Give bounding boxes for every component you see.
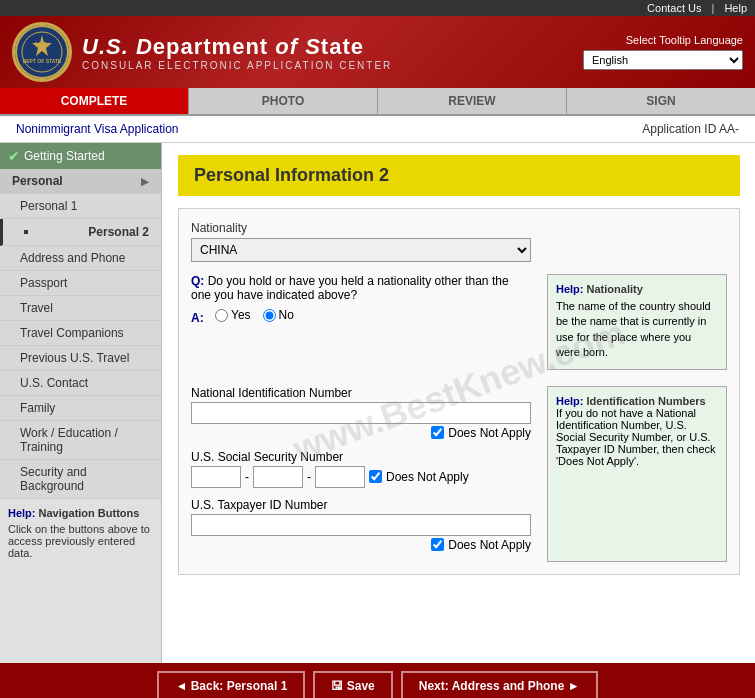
tab-sign[interactable]: SIGN — [567, 88, 755, 114]
taxpayer-dna-checkbox[interactable] — [431, 538, 444, 551]
us-seal: U.S. DEPT OF STATE — [12, 22, 72, 82]
taxpayer-dna-row: Does Not Apply — [191, 538, 531, 552]
back-button[interactable]: ◄ Back: Personal 1 — [157, 671, 305, 698]
ssn-dna-checkbox[interactable] — [369, 470, 382, 483]
form-container: www.BestKnew.com Nationality CHINA UNITE… — [162, 208, 755, 575]
page-title-bar: Personal Information 2 — [178, 155, 740, 196]
taxpayer-label: U.S. Taxpayer ID Number — [191, 498, 531, 512]
sidebar-item-personal1[interactable]: Personal 1 — [0, 194, 161, 219]
help-id: Help: Identification Numbers If you do n… — [547, 386, 727, 562]
sidebar-item-us-contact-label: U.S. Contact — [20, 376, 88, 390]
ssn-part3[interactable] — [315, 466, 365, 488]
ssn-label: U.S. Social Security Number — [191, 450, 531, 464]
ssn-part1[interactable] — [191, 466, 241, 488]
ssn-dna-label: Does Not Apply — [386, 470, 469, 484]
header: U.S. DEPT OF STATE U.S. Department of St… — [0, 16, 755, 88]
app-info-bar: Nonimmigrant Visa Application Applicatio… — [0, 116, 755, 143]
sidebar-item-personal2[interactable]: ▪ Personal 2 — [0, 219, 161, 246]
sidebar-help: Help: Navigation Buttons Click on the bu… — [0, 499, 161, 567]
svg-point-0 — [16, 26, 68, 78]
content-area: Personal Information 2 www.BestKnew.com … — [162, 143, 755, 663]
yes-radio[interactable] — [215, 309, 228, 322]
help-nationality-heading: Help: Nationality — [556, 283, 643, 295]
main-layout: ✔ Getting Started Personal ▶ Personal 1 … — [0, 143, 755, 663]
bullet-icon: ▪ — [23, 224, 29, 240]
language-select[interactable]: English Spanish French Chinese — [583, 50, 743, 70]
answer-row: A: Yes No — [191, 308, 531, 325]
taxpayer-input[interactable] — [191, 514, 531, 536]
svg-text:DEPT OF STATE: DEPT OF STATE — [23, 58, 62, 64]
question-body: Do you hold or have you held a nationali… — [191, 274, 509, 302]
sidebar-item-us-contact[interactable]: U.S. Contact — [0, 371, 161, 396]
header-left: U.S. DEPT OF STATE U.S. Department of St… — [12, 22, 392, 82]
question-text: Q: Do you hold or have you held a nation… — [191, 274, 531, 302]
tab-complete[interactable]: COMPLETE — [0, 88, 189, 114]
sidebar-item-security[interactable]: Security and Background — [0, 460, 161, 499]
sidebar-item-prev-us-travel[interactable]: Previous U.S. Travel — [0, 346, 161, 371]
top-bar: Contact Us | Help — [0, 0, 755, 16]
help-id-heading: Help: Identification Numbers — [556, 395, 706, 407]
national-id-label: National Identification Number — [191, 386, 531, 400]
check-icon: ✔ — [8, 148, 20, 164]
sidebar-item-family-label: Family — [20, 401, 55, 415]
ssn-part2[interactable] — [253, 466, 303, 488]
qa-row: Q: Do you hold or have you held a nation… — [191, 274, 727, 370]
tab-review[interactable]: REVIEW — [378, 88, 567, 114]
sidebar-item-personal-label: Personal — [12, 174, 63, 188]
no-option[interactable]: No — [263, 308, 294, 322]
sidebar-item-passport[interactable]: Passport — [0, 271, 161, 296]
app-id: Application ID AA- — [642, 122, 739, 136]
sidebar-item-address[interactable]: Address and Phone — [0, 246, 161, 271]
sidebar-item-family[interactable]: Family — [0, 396, 161, 421]
page-title: Personal Information 2 — [194, 165, 724, 186]
sidebar-section-label: Getting Started — [24, 149, 105, 163]
nationality-label: Nationality — [191, 221, 727, 235]
help-nationality: Help: Nationality The name of the countr… — [547, 274, 727, 370]
taxpayer-row: U.S. Taxpayer ID Number Does Not Apply — [191, 498, 531, 552]
taxpayer-dna-label: Does Not Apply — [448, 538, 531, 552]
form-area: Nationality CHINA UNITED STATES OTHER Q:… — [178, 208, 740, 575]
sidebar-item-passport-label: Passport — [20, 276, 67, 290]
national-id-dna-row: Does Not Apply — [191, 426, 531, 440]
sidebar-item-address-label: Address and Phone — [20, 251, 125, 265]
dept-subtitle: CONSULAR ELECTRONIC APPLICATION CENTER — [82, 60, 392, 71]
radio-group: Yes No — [215, 308, 294, 322]
help-link[interactable]: Help — [724, 2, 747, 14]
sidebar-item-travel[interactable]: Travel — [0, 296, 161, 321]
separator: | — [712, 2, 715, 14]
q-label: Q: — [191, 274, 204, 288]
id-left: National Identification Number Does Not … — [191, 386, 531, 562]
id-section: National Identification Number Does Not … — [191, 386, 727, 562]
sidebar-item-prev-us-travel-label: Previous U.S. Travel — [20, 351, 129, 365]
help-nationality-body: The name of the country should be the na… — [556, 299, 718, 361]
ssn-row: U.S. Social Security Number - - Does Not… — [191, 450, 531, 488]
footer-buttons: ◄ Back: Personal 1 🖫 Save Next: Address … — [0, 663, 755, 698]
sidebar-item-work[interactable]: Work / Education / Training — [0, 421, 161, 460]
tab-photo[interactable]: PHOTO — [189, 88, 378, 114]
qa-left: Q: Do you hold or have you held a nation… — [191, 274, 531, 370]
contact-us-link[interactable]: Contact Us — [647, 2, 701, 14]
no-radio[interactable] — [263, 309, 276, 322]
sidebar-item-personal1-label: Personal 1 — [20, 199, 77, 213]
national-id-row: National Identification Number Does Not … — [191, 386, 531, 440]
yes-option[interactable]: Yes — [215, 308, 251, 322]
sidebar: ✔ Getting Started Personal ▶ Personal 1 … — [0, 143, 162, 663]
nationality-select[interactable]: CHINA UNITED STATES OTHER — [191, 238, 531, 262]
sidebar-item-personal[interactable]: Personal ▶ — [0, 169, 161, 194]
sidebar-item-travel-companions[interactable]: Travel Companions — [0, 321, 161, 346]
national-id-dna-checkbox[interactable] — [431, 426, 444, 439]
sidebar-item-travel-companions-label: Travel Companions — [20, 326, 124, 340]
sidebar-item-travel-label: Travel — [20, 301, 53, 315]
lang-label: Select Tooltip Language — [626, 34, 743, 46]
help-id-body: If you do not have a National Identifica… — [556, 407, 718, 467]
sidebar-getting-started: ✔ Getting Started — [0, 143, 161, 169]
a-label: A: — [191, 311, 204, 325]
sidebar-item-work-label: Work / Education / Training — [20, 426, 149, 454]
save-button[interactable]: 🖫 Save — [313, 671, 392, 698]
arrow-icon: ▶ — [141, 176, 149, 187]
sidebar-help-title: Help: Navigation Buttons — [8, 507, 153, 519]
next-button[interactable]: Next: Address and Phone ► — [401, 671, 598, 698]
national-id-input[interactable] — [191, 402, 531, 424]
national-id-dna-label: Does Not Apply — [448, 426, 531, 440]
app-title: Nonimmigrant Visa Application — [16, 122, 179, 136]
